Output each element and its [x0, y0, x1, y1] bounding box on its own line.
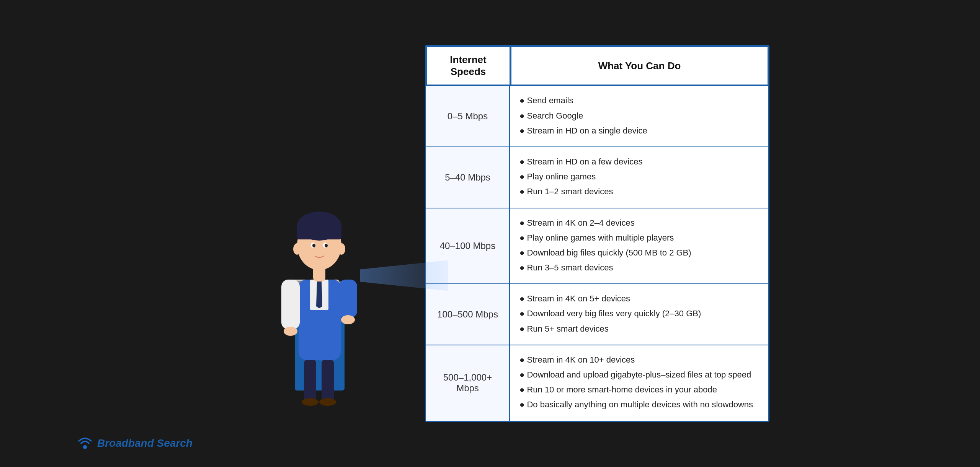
- broadband-search-icon: [77, 435, 93, 452]
- table-header: Internet Speeds What You Can Do: [426, 46, 768, 85]
- svg-point-25: [312, 244, 315, 247]
- logo-area: Broadband Search: [77, 435, 193, 452]
- table-row: 0–5 Mbps Send emails Search Google Strea…: [426, 85, 768, 146]
- svg-point-26: [325, 244, 328, 247]
- activities-100-500: Stream in 4K on 5+ devices Download very…: [510, 284, 768, 345]
- speed-0-5: 0–5 Mbps: [426, 86, 510, 146]
- svg-rect-17: [339, 280, 357, 318]
- illustration: [211, 62, 425, 406]
- activity-item: Stream in 4K on 10+ devices: [519, 353, 759, 366]
- activity-item: Download and upload gigabyte-plus–sized …: [519, 368, 759, 381]
- activity-item: Stream in HD on a few devices: [519, 155, 759, 168]
- svg-rect-22: [297, 222, 341, 239]
- svg-point-11: [319, 398, 336, 406]
- speed-5-40: 5–40 Mbps: [426, 147, 510, 208]
- svg-point-27: [293, 243, 301, 255]
- activity-item: Stream in 4K on 2–4 devices: [519, 216, 759, 229]
- content-area: Internet Speeds What You Can Do 0–5 Mbps…: [211, 45, 769, 421]
- col-header-speeds: Internet Speeds: [426, 46, 510, 85]
- activity-item: Stream in 4K on 5+ devices: [519, 292, 759, 305]
- table-row: 100–500 Mbps Stream in 4K on 5+ devices …: [426, 283, 768, 345]
- activity-item: Download very big files very quickly (2–…: [519, 307, 759, 320]
- logo-text: Broadband Search: [97, 437, 193, 449]
- table-row: 500–1,000+ Mbps Stream in 4K on 10+ devi…: [426, 345, 768, 421]
- activity-item: Run 10 or more smart-home devices in you…: [519, 383, 759, 396]
- svg-point-18: [341, 315, 355, 324]
- activity-item: Run 5+ smart devices: [519, 322, 759, 335]
- activity-item: Play online games: [519, 170, 759, 183]
- activity-item: Send emails: [519, 94, 759, 107]
- svg-point-29: [83, 445, 87, 449]
- activity-item: Download big files quickly (500 MB to 2 …: [519, 246, 759, 259]
- col-header-activities: What You Can Do: [510, 46, 768, 85]
- main-container: Internet Speeds What You Can Do 0–5 Mbps…: [0, 0, 980, 467]
- svg-point-10: [302, 398, 318, 406]
- activities-5-40: Stream in HD on a few devices Play onlin…: [510, 147, 768, 208]
- speed-500-1000: 500–1,000+ Mbps: [426, 345, 510, 421]
- activities-40-100: Stream in 4K on 2–4 devices Play online …: [510, 208, 768, 284]
- internet-speeds-table: Internet Speeds What You Can Do 0–5 Mbps…: [425, 45, 769, 421]
- svg-rect-9: [322, 360, 334, 402]
- activity-item: Run 1–2 smart devices: [519, 185, 759, 198]
- activities-0-5: Send emails Search Google Stream in HD o…: [510, 86, 768, 146]
- svg-point-28: [338, 243, 345, 255]
- person-illustration: [218, 92, 417, 406]
- table-row: 40–100 Mbps Stream in 4K on 2–4 devices …: [426, 208, 768, 284]
- activity-item: Do basically anything on multiple device…: [519, 398, 759, 411]
- svg-rect-15: [281, 280, 300, 329]
- svg-rect-8: [304, 360, 316, 402]
- activity-item: Run 3–5 smart devices: [519, 261, 759, 274]
- svg-marker-14: [316, 282, 322, 308]
- activity-item: Play online games with multiple players: [519, 231, 759, 244]
- activity-item: Search Google: [519, 109, 759, 122]
- activity-item: Stream in HD on a single device: [519, 124, 759, 137]
- svg-point-16: [284, 327, 297, 336]
- speed-100-500: 100–500 Mbps: [426, 284, 510, 345]
- table-row: 5–40 Mbps Stream in HD on a few devices …: [426, 146, 768, 208]
- activities-500-1000: Stream in 4K on 10+ devices Download and…: [510, 345, 768, 421]
